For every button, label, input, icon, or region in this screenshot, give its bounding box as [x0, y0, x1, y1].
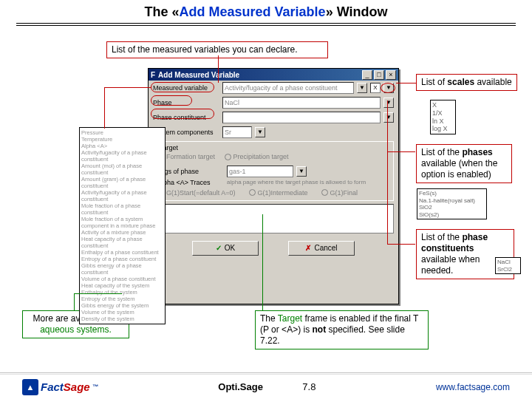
radio-g3[interactable]: G(1)Final — [321, 189, 358, 197]
list-area — [153, 204, 394, 233]
highlight-phconst — [151, 109, 214, 119]
field-tagsphase[interactable]: gas-1 — [227, 166, 293, 177]
minimize-button[interactable]: _ — [362, 70, 372, 80]
label-alpha-note: alpha page where the target phase is all… — [227, 179, 389, 185]
arrow-measured — [218, 55, 219, 83]
dropdown-measured[interactable]: ▼ — [357, 83, 367, 93]
footer-center: Opti.Sage — [218, 381, 263, 392]
radio-formation[interactable]: Formation target — [157, 153, 215, 160]
arrow-measured3 — [104, 87, 105, 129]
callout-target: The Target frame is enabled if the final… — [255, 310, 429, 349]
constituents-list: NaCl SrCl2 — [495, 257, 521, 274]
callout-phases: List of the phases available (when the o… — [416, 144, 512, 183]
cancel-button[interactable]: ✗Cancel — [288, 241, 355, 256]
highlight-scale — [381, 83, 395, 93]
slide-title: The «Add Measured Variable» Window — [0, 0, 532, 23]
field-phconst[interactable] — [222, 112, 381, 123]
close-button[interactable]: × — [386, 70, 396, 80]
arrow-const2 — [387, 244, 415, 245]
field-measured[interactable]: Activity/fugacity of a phase constituent — [222, 82, 354, 94]
footer-url: www.factsage.com — [436, 382, 510, 392]
label-tagsphase: Tags of phase — [157, 168, 224, 175]
dialog-titlebar: FAdd Measured Variable _ □ × — [149, 69, 398, 81]
dropdown-phase[interactable]: ▼ — [383, 98, 394, 108]
maximize-button[interactable]: □ — [374, 70, 384, 80]
dropdown-syscomp[interactable]: ▼ — [255, 127, 265, 137]
factsage-logo: ▲ FactSage ™ — [22, 379, 98, 395]
field-syscomp[interactable]: Sr — [222, 126, 252, 138]
phases-list: FeS(s) Na.1-halite(royal salt) SiO2 SiO(… — [417, 188, 487, 219]
ok-button[interactable]: ✓OK — [192, 241, 259, 256]
logo-icon: ▲ — [22, 379, 38, 395]
dropdown-tagsphase[interactable]: ▼ — [296, 166, 307, 177]
arrow-aqueous2 — [74, 293, 122, 294]
radio-g1[interactable]: G(1)Start(=default A=0) — [157, 189, 236, 197]
callout-scales: List of scales available — [416, 74, 517, 91]
scale-button[interactable]: X — [370, 83, 381, 93]
radio-g2[interactable]: G(1)Intermediate — [249, 189, 308, 197]
target-frame: Target Formation target Precipitation ta… — [153, 141, 394, 201]
arrow-measured2 — [105, 87, 151, 88]
highlight-phase — [151, 95, 192, 106]
arrow-aqueous — [74, 293, 75, 310]
arrow-scale — [396, 83, 416, 83]
dropdown-phconst[interactable]: ▼ — [383, 112, 394, 123]
arrow-target — [262, 214, 263, 310]
label-alpha: Alpha <A> Traces — [157, 179, 224, 186]
highlight-measured — [151, 82, 214, 92]
callout-measured-vars: List of the measured variables you can d… — [106, 41, 328, 58]
arrow-phase2 — [387, 151, 415, 152]
page-number: 7.8 — [302, 381, 316, 392]
radio-precip[interactable]: Precipitation target — [225, 153, 289, 160]
measured-var-list[interactable]: Pressure Temperature Alpha <A> Activity/… — [79, 127, 166, 324]
footer: ▲ FactSage ™ Opti.Sage 7.8 www.factsage.… — [0, 374, 532, 399]
arrow-const — [387, 115, 388, 244]
field-phase[interactable]: NaCl — [222, 97, 381, 109]
scales-list: X 1/X ln X log X — [430, 100, 456, 134]
